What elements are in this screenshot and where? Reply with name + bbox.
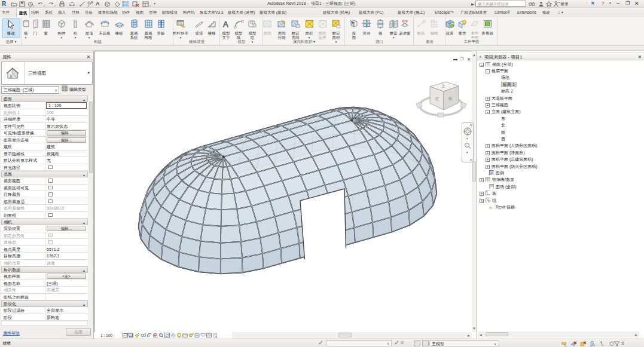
svg-text:上: 上 — [441, 84, 445, 88]
svg-text:左: 左 — [435, 96, 439, 101]
svg-text:前: 前 — [448, 96, 453, 101]
svg-text:A: A — [223, 20, 228, 29]
